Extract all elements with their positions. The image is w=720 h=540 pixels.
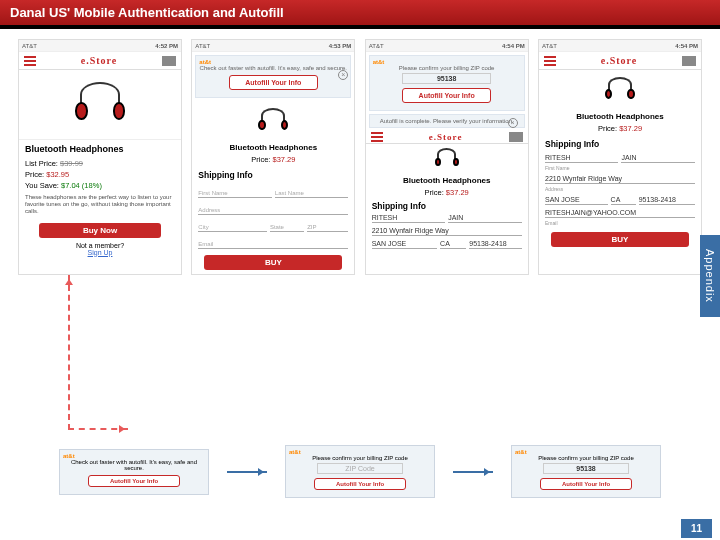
address-sublabel: Address	[545, 186, 563, 192]
price-value: $37.29	[272, 155, 295, 164]
screen-3-zip-confirm: AT&T4:54 PM at&t Please confirm your bil…	[365, 39, 529, 275]
list-price: $39.99	[60, 159, 83, 168]
address-filled[interactable]: 2210 Wynfair Ridge Way	[545, 173, 695, 184]
arrow-icon	[227, 471, 267, 473]
cart-icon[interactable]	[682, 56, 696, 66]
clock-label: 4:54 PM	[502, 43, 525, 49]
autofill-button[interactable]: Autofill Your Info	[229, 75, 318, 90]
address-input[interactable]: Address	[198, 200, 348, 215]
carrier-label: AT&T	[22, 43, 37, 49]
email-input[interactable]: Email	[198, 234, 348, 249]
screen-1-product: AT&T 4:52 PM e.Store Bluetooth Headphone…	[18, 39, 182, 275]
zip-filled[interactable]: 95138-2418	[469, 238, 521, 249]
page-number: 11	[681, 519, 712, 538]
zip-input-empty[interactable]: ZIP Code	[317, 463, 402, 474]
price-value: $37.29	[619, 124, 642, 133]
cart-icon[interactable]	[162, 56, 176, 66]
menu-icon[interactable]	[544, 56, 556, 66]
product-name: Bluetooth Headphones	[366, 174, 528, 187]
store-header: e.Store	[19, 52, 181, 70]
first-name-sublabel: First Name	[545, 165, 569, 171]
mini-banner-2: at&t Please confirm your billing ZIP cod…	[285, 445, 435, 498]
product-image	[539, 70, 701, 110]
autofill-button[interactable]: Autofill Your Info	[314, 478, 406, 490]
city-input[interactable]: City	[198, 217, 267, 232]
buy-button[interactable]: BUY	[204, 255, 342, 270]
carrier-label: AT&T	[542, 43, 557, 49]
close-icon[interactable]: ×	[508, 118, 518, 128]
first-name-input[interactable]: First Name	[198, 183, 272, 198]
city-filled[interactable]: SAN JOSE	[545, 194, 608, 205]
flow-arrow-dashed	[68, 275, 128, 430]
product-name: Bluetooth Headphones	[192, 141, 354, 154]
appendix-tab: Appendix	[700, 235, 720, 317]
prompt-text: Please confirm your billing ZIP code	[515, 455, 657, 461]
screen-2-empty-form: AT&T4:53 PM at&t Check out faster with a…	[191, 39, 355, 275]
shipping-heading: Shipping Info	[539, 134, 701, 152]
price-value: $37.29	[446, 188, 469, 197]
product-name: Bluetooth Headphones	[19, 140, 181, 158]
product-image	[19, 70, 181, 140]
carrier-label: AT&T	[369, 43, 384, 49]
status-bar: AT&T 4:52 PM	[19, 40, 181, 52]
last-name-filled[interactable]: JAIN	[621, 152, 695, 163]
price-label: Price:	[425, 188, 444, 197]
first-name-filled[interactable]: RITESH	[545, 152, 619, 163]
email-filled[interactable]: RITESHJAIN@YAHOO.COM	[545, 207, 695, 218]
clock-label: 4:53 PM	[329, 43, 352, 49]
autofill-button[interactable]: Autofill Your Info	[402, 88, 491, 103]
last-name-input[interactable]: Last Name	[275, 183, 349, 198]
state-filled[interactable]: CA	[440, 238, 466, 249]
mini-banner-3: at&t Please confirm your billing ZIP cod…	[511, 445, 661, 498]
save-label: You Save:	[25, 181, 59, 190]
zip-input-filled[interactable]: 95138	[402, 73, 491, 84]
save-value: $7.04 (18%)	[61, 181, 102, 190]
clock-label: 4:54 PM	[675, 43, 698, 49]
bottom-banner-strip: at&t Check out faster with autofill. It'…	[0, 445, 720, 498]
buy-button[interactable]: BUY	[551, 232, 689, 247]
clock-label: 4:52 PM	[155, 43, 178, 49]
store-logo: e.Store	[429, 132, 463, 142]
zip-input-filled[interactable]: 95138	[543, 463, 628, 474]
zip-filled[interactable]: 95138-2418	[639, 194, 695, 205]
shipping-heading: Shipping Info	[366, 198, 528, 212]
state-input[interactable]: State	[270, 217, 304, 232]
address-filled[interactable]: 2210 Wynfair Ridge Way	[372, 225, 522, 236]
prompt-text: Please confirm your billing ZIP code	[289, 455, 431, 461]
autofill-complete-banner: Autofill is complete. Please verify your…	[369, 114, 525, 128]
shipping-heading: Shipping Info	[192, 165, 354, 183]
buy-button[interactable]: Buy Now	[39, 223, 161, 238]
store-logo: e.Store	[81, 55, 118, 66]
email-sublabel: Email	[545, 220, 558, 226]
signup-prompt: Not a member?	[19, 242, 181, 249]
screen-4-filled-form: AT&T4:54 PM e.Store Bluetooth Headphones…	[538, 39, 702, 275]
cart-icon[interactable]	[509, 132, 523, 142]
arrow-icon	[453, 471, 493, 473]
menu-icon[interactable]	[371, 132, 383, 142]
prompt-text: Check out faster with autofill. It's eas…	[63, 459, 205, 471]
product-image	[366, 144, 528, 174]
list-price-label: List Price:	[25, 159, 58, 168]
zip-input[interactable]: ZIP	[307, 217, 348, 232]
last-name-filled[interactable]: JAIN	[448, 212, 522, 223]
complete-text: Autofill is complete. Please verify your…	[373, 118, 521, 124]
mini-banner-1: at&t Check out faster with autofill. It'…	[59, 449, 209, 495]
slide-title: Danal US' Mobile Authentication and Auto…	[0, 0, 720, 29]
product-name: Bluetooth Headphones	[539, 110, 701, 123]
zip-prompt-banner: at&t Please confirm your billing ZIP cod…	[369, 55, 525, 111]
product-desc: These headphones are the perfect way to …	[19, 191, 181, 219]
product-image	[192, 101, 354, 141]
city-filled[interactable]: SAN JOSE	[372, 238, 437, 249]
first-name-filled[interactable]: RITESH	[372, 212, 446, 223]
autofill-prompt-banner: at&t Check out faster with autofill. It'…	[195, 55, 351, 98]
price-label: Price:	[25, 170, 44, 179]
price-label: Price:	[598, 124, 617, 133]
prompt-text: Check out faster with autofill. It's eas…	[199, 65, 347, 71]
state-filled[interactable]: CA	[611, 194, 636, 205]
signup-link[interactable]: Sign Up	[88, 249, 113, 256]
store-logo: e.Store	[601, 55, 638, 66]
menu-icon[interactable]	[24, 56, 36, 66]
autofill-button[interactable]: Autofill Your Info	[540, 478, 632, 490]
carrier-label: AT&T	[195, 43, 210, 49]
autofill-button[interactable]: Autofill Your Info	[88, 475, 180, 487]
